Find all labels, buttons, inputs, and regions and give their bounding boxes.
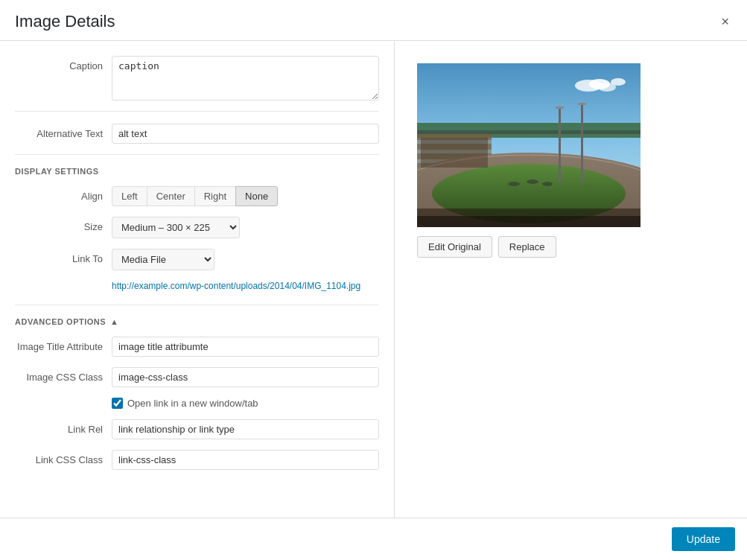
divider-3 [15, 305, 379, 305]
open-new-window-checkbox[interactable] [112, 398, 123, 409]
link-rel-input[interactable] [112, 419, 379, 439]
caption-input[interactable]: caption [112, 56, 379, 101]
open-new-window-label: Open link in a new window/tab [127, 398, 258, 409]
open-new-window-group: Open link in a new window/tab [112, 398, 379, 409]
replace-button[interactable]: Replace [498, 236, 556, 258]
svg-rect-19 [578, 103, 586, 105]
image-title-group: Image Title Attribute [15, 337, 379, 357]
image-buttons: Edit Original Replace [417, 236, 556, 258]
link-to-label: Link To [15, 249, 112, 264]
dialog-header: Image Details × [0, 0, 747, 41]
svg-point-20 [508, 182, 520, 186]
svg-point-22 [542, 182, 553, 186]
image-details-dialog: Image Details × Caption caption Alternat… [0, 0, 747, 560]
svg-rect-15 [421, 138, 488, 168]
align-none-button[interactable]: None [235, 186, 278, 206]
svg-rect-24 [417, 216, 640, 227]
advanced-toggle-icon: ▲ [110, 317, 118, 326]
link-to-wrap: None Media File Attachment Page Custom U… [112, 249, 214, 270]
alt-text-label: Alternative Text [15, 124, 112, 139]
image-title-input[interactable] [112, 337, 379, 357]
update-button[interactable]: Update [672, 527, 735, 551]
link-url: http://example.com/wp-content/uploads/20… [112, 281, 379, 291]
dialog-body: Caption caption Alternative Text DISPLAY… [0, 41, 747, 518]
dialog-footer: Update [0, 518, 747, 560]
alt-text-group: Alternative Text [15, 124, 379, 144]
size-label: Size [15, 217, 112, 232]
edit-original-button[interactable]: Edit Original [417, 236, 492, 258]
link-rel-group: Link Rel [15, 419, 379, 439]
caption-group: Caption caption [15, 56, 379, 101]
advanced-options-toggle[interactable]: ADVANCED OPTIONS ▲ [15, 317, 379, 326]
advanced-options-title: ADVANCED OPTIONS [15, 317, 106, 326]
svg-point-21 [527, 179, 538, 184]
close-button[interactable]: × [718, 12, 732, 31]
align-group: Align Left Center Right None [15, 186, 379, 206]
svg-rect-16 [559, 108, 561, 182]
link-css-group: Link CSS Class [15, 450, 379, 470]
image-preview [417, 63, 640, 227]
display-settings-title: DISPLAY SETTINGS [15, 167, 379, 176]
link-css-input[interactable] [112, 450, 379, 470]
dialog-title: Image Details [15, 12, 115, 31]
align-center-button[interactable]: Center [147, 186, 195, 206]
alt-text-input[interactable] [112, 124, 379, 144]
divider-1 [15, 111, 379, 112]
image-title-label: Image Title Attribute [15, 337, 112, 352]
size-group: Size Thumbnail – 150 × 150 Medium – 300 … [15, 217, 379, 238]
caption-label: Caption [15, 56, 112, 71]
align-label: Align [15, 186, 112, 202]
svg-rect-17 [581, 104, 583, 182]
size-select-wrap: Thumbnail – 150 × 150 Medium – 300 × 225… [112, 217, 240, 238]
svg-rect-18 [556, 106, 564, 109]
link-to-select[interactable]: None Media File Attachment Page Custom U… [112, 249, 214, 270]
align-left-button[interactable]: Left [112, 186, 147, 206]
svg-rect-6 [417, 130, 640, 134]
link-css-label: Link CSS Class [15, 450, 112, 465]
divider-2 [15, 154, 379, 155]
link-rel-label: Link Rel [15, 419, 112, 435]
image-css-label: Image CSS Class [15, 367, 112, 383]
align-right-button[interactable]: Right [194, 186, 236, 206]
left-panel: Caption caption Alternative Text DISPLAY… [0, 41, 395, 518]
svg-point-4 [611, 78, 626, 86]
align-buttons: Left Center Right None [112, 186, 278, 206]
image-css-input[interactable] [112, 367, 379, 387]
right-panel: Edit Original Replace [395, 41, 747, 518]
link-to-group: Link To None Media File Attachment Page … [15, 249, 379, 270]
image-css-group: Image CSS Class [15, 367, 379, 387]
size-select[interactable]: Thumbnail – 150 × 150 Medium – 300 × 225… [112, 217, 240, 238]
